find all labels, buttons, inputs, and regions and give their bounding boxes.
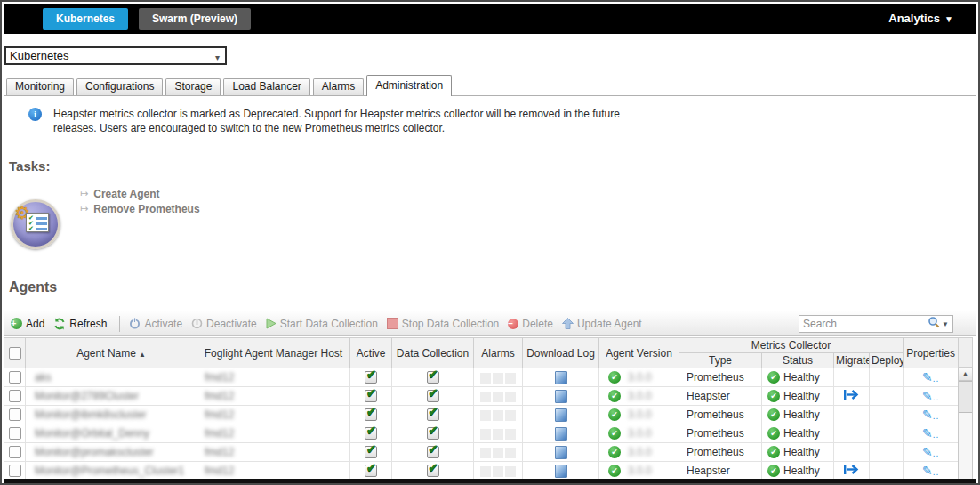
- tab-monitoring[interactable]: Monitoring: [6, 78, 74, 95]
- scrollbar-thumb[interactable]: [959, 381, 972, 413]
- agent-host-cell: fmd12: [197, 424, 350, 443]
- column-header-migrate[interactable]: Migrate: [834, 353, 870, 368]
- agent-name-cell[interactable]: Monitor@Orbital_Denny: [26, 424, 197, 443]
- migrate-icon[interactable]: [843, 389, 861, 403]
- edit-properties-icon[interactable]: ✎..: [922, 370, 939, 384]
- info-banner: i Heapster metrics collector is marked a…: [28, 107, 656, 135]
- download-log-cell: [523, 462, 599, 481]
- task-remove-prometheus[interactable]: ↦ Remove Prometheus: [80, 201, 200, 216]
- activate-button[interactable]: Activate: [129, 318, 182, 330]
- alarm-placeholder: [505, 392, 516, 402]
- add-label: Add: [26, 318, 44, 330]
- task-create-agent[interactable]: ↦ Create Agent: [80, 186, 200, 201]
- search-options-caret-icon[interactable]: ▼: [942, 320, 949, 328]
- stop-icon: [387, 318, 398, 329]
- deactivate-button[interactable]: Deactivate: [191, 318, 257, 330]
- app-frame: Kubernetes Swarm (Preview) Analytics▼ Ku…: [0, 0, 980, 485]
- tab-storage[interactable]: Storage: [165, 78, 221, 95]
- column-header-alarms[interactable]: Alarms: [474, 338, 523, 368]
- row-checkbox-cell: [4, 443, 26, 462]
- version-ok-icon: ✔: [608, 446, 621, 458]
- agent-name-cell[interactable]: Monitor@Prometheus_Cluster1: [26, 462, 197, 481]
- healthy-icon: ✔: [767, 390, 780, 402]
- agent-name-cell[interactable]: aks: [26, 368, 197, 387]
- alarm-placeholder: [493, 373, 503, 384]
- search-input[interactable]: [799, 318, 928, 330]
- agent-name-cell[interactable]: Monitor@ibmk8scluster: [26, 406, 197, 424]
- column-header-deploy[interactable]: Deploy: [870, 353, 904, 368]
- column-header-agent-version[interactable]: Agent Version: [599, 338, 679, 368]
- download-log-icon[interactable]: [555, 408, 567, 422]
- deploy-cell: [870, 462, 904, 481]
- row-checkbox-cell: [4, 368, 26, 387]
- row-checkbox[interactable]: [9, 408, 21, 421]
- column-header-status[interactable]: Status: [762, 353, 834, 368]
- migrate-icon[interactable]: [843, 464, 861, 478]
- column-header-type[interactable]: Type: [679, 353, 762, 368]
- service-selector-dropdown[interactable]: Kubernetes ▾: [4, 46, 227, 65]
- search-icon[interactable]: [928, 316, 940, 332]
- row-checkbox[interactable]: [9, 390, 21, 402]
- active-check-icon: [365, 371, 377, 384]
- alarm-placeholder: [480, 373, 491, 384]
- product-tab-swarm[interactable]: Swarm (Preview): [139, 8, 251, 30]
- migrate-cell: [834, 462, 870, 481]
- edit-properties-icon[interactable]: ✎..: [922, 408, 939, 422]
- tab-load-balancer[interactable]: Load Balancer: [223, 78, 309, 95]
- active-check-icon: [365, 427, 377, 440]
- analytics-menu[interactable]: Analytics▼: [888, 4, 953, 34]
- row-checkbox[interactable]: [9, 427, 21, 440]
- alarms-cell: [474, 387, 523, 406]
- table-row: Monitor@ibmk8sclusterfmd12✔3.0.0Promethe…: [4, 406, 959, 424]
- column-header-data-collection[interactable]: Data Collection: [392, 338, 474, 368]
- active-check-icon: [365, 390, 377, 402]
- scroll-up-icon[interactable]: ▲: [959, 368, 972, 381]
- active-cell: [350, 424, 392, 443]
- tab-configurations[interactable]: Configurations: [76, 78, 163, 95]
- tab-alarms[interactable]: Alarms: [313, 78, 364, 95]
- row-checkbox[interactable]: [9, 465, 21, 477]
- add-button[interactable]: + Add: [11, 318, 44, 330]
- select-all-checkbox[interactable]: [9, 347, 21, 360]
- delete-button[interactable]: − Delete: [508, 318, 553, 330]
- column-header-active[interactable]: Active: [350, 338, 392, 368]
- agent-name-cell[interactable]: Monitor@2789Cluster: [26, 387, 197, 406]
- column-header-host[interactable]: Foglight Agent Manager Host: [197, 338, 350, 368]
- properties-cell: ✎..: [904, 462, 959, 481]
- collector-status-cell: ✔Healthy: [762, 406, 834, 424]
- download-log-icon[interactable]: [555, 465, 567, 478]
- column-header-agent-name[interactable]: Agent Name▲: [26, 338, 197, 368]
- version-ok-icon: ✔: [608, 465, 621, 477]
- start-data-collection-button[interactable]: Start Data Collection: [266, 318, 378, 330]
- row-checkbox[interactable]: [9, 446, 21, 458]
- refresh-button[interactable]: Refresh: [53, 318, 107, 330]
- chevron-down-icon: ▼: [944, 14, 953, 24]
- product-tab-kubernetes[interactable]: Kubernetes: [43, 8, 128, 30]
- data-collection-cell: [392, 443, 474, 462]
- migrate-cell: [834, 443, 870, 462]
- up-arrow-icon: [562, 318, 574, 329]
- edit-properties-icon[interactable]: ✎..: [922, 464, 939, 478]
- edit-properties-icon[interactable]: ✎..: [922, 389, 939, 403]
- edit-properties-icon[interactable]: ✎..: [922, 426, 939, 441]
- edit-properties-icon[interactable]: ✎..: [922, 445, 939, 459]
- agents-table: Agent Name▲ Foglight Agent Manager Host …: [4, 337, 959, 481]
- analytics-label: Analytics: [888, 12, 940, 25]
- row-checkbox[interactable]: [9, 371, 21, 384]
- stop-data-collection-button[interactable]: Stop Data Collection: [387, 318, 499, 330]
- vertical-scrollbar[interactable]: ▲: [958, 368, 973, 479]
- download-log-icon[interactable]: [555, 446, 567, 459]
- download-log-icon[interactable]: [555, 371, 567, 384]
- header-checkbox-cell: [4, 338, 26, 368]
- download-log-icon[interactable]: [555, 390, 567, 403]
- download-log-icon[interactable]: [555, 427, 567, 441]
- agent-name-cell[interactable]: Monitor@promakscluster: [26, 443, 197, 462]
- column-header-properties[interactable]: Properties: [904, 338, 959, 368]
- column-header-download-log[interactable]: Download Log: [523, 338, 599, 368]
- version-ok-icon: ✔: [608, 427, 621, 440]
- table-row: Monitor@2789Clusterfmd12✔3.0.0Heapster✔H…: [4, 387, 959, 406]
- scrollbar-corner: [958, 337, 973, 368]
- tab-administration[interactable]: Administration: [366, 75, 452, 96]
- update-agent-button[interactable]: Update Agent: [562, 318, 642, 330]
- agent-host-cell: fmd12: [197, 406, 350, 424]
